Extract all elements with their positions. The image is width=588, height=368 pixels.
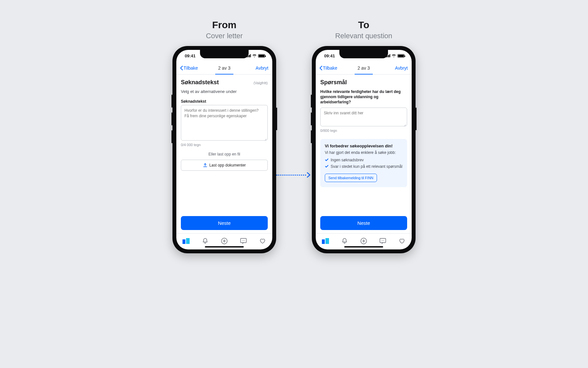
tab-notifications[interactable] — [337, 238, 352, 244]
tab-messages[interactable] — [376, 238, 390, 244]
back-label: Tilbake — [323, 65, 337, 71]
info-list-item: Svar i stedet kun på ett relevant spørsm… — [325, 164, 403, 169]
chevron-left-icon — [320, 66, 322, 70]
battery-icon — [258, 54, 265, 58]
plus-circle-icon — [360, 237, 367, 245]
to-subheading: Relevant question — [335, 32, 392, 40]
cancel-button[interactable]: Avbryt — [256, 65, 268, 71]
phone-notch — [339, 50, 388, 58]
status-right-cluster — [386, 54, 405, 58]
cover-letter-textarea[interactable] — [181, 105, 268, 141]
arrow-dotted-line — [276, 175, 306, 176]
page-title: Spørsmål — [320, 79, 347, 86]
upload-icon — [203, 163, 207, 167]
bell-icon — [202, 238, 208, 244]
status-time: 09:41 — [185, 53, 195, 58]
tab-add[interactable] — [357, 237, 371, 245]
wifi-icon — [252, 54, 257, 57]
svg-rect-7 — [322, 239, 325, 244]
upload-button[interactable]: Last opp dokumenter — [181, 160, 268, 171]
arrow-head-icon — [306, 172, 312, 178]
content-to: Spørsmål Hvilke relevante ferdigheter ha… — [316, 75, 412, 216]
check-icon — [325, 164, 329, 168]
phone-notch — [200, 50, 249, 58]
instruction-text: Velg et av alternativene under — [181, 89, 268, 94]
nav-bar: Tilbake 2 av 3 Avbryt — [316, 62, 412, 75]
tab-favorites[interactable] — [255, 238, 270, 244]
check-icon — [325, 158, 329, 162]
plus-circle-icon — [221, 237, 228, 245]
content-from: Søknadstekst (Valgfritt) Velg et av alte… — [176, 75, 272, 216]
cancel-button[interactable]: Avbryt — [395, 65, 408, 71]
info-title: Vi forbedrer søkeopplevelsen din! — [325, 144, 403, 148]
next-button[interactable]: Neste — [320, 216, 407, 230]
svg-rect-1 — [186, 238, 190, 244]
chevron-left-icon — [180, 66, 183, 70]
screen-from: 09:41 Tilbake 2 av 3 Avbryt — [176, 50, 272, 249]
battery-icon — [397, 54, 405, 58]
back-button[interactable]: Tilbake — [180, 65, 198, 71]
heart-icon — [398, 238, 406, 244]
back-button[interactable]: Tilbake — [320, 65, 337, 71]
heart-icon — [259, 238, 266, 244]
info-item-text: Ingen søknadsbrev — [331, 157, 364, 163]
svg-point-13 — [383, 240, 384, 241]
textarea-wrap — [181, 105, 268, 142]
bell-icon — [341, 238, 348, 244]
feedback-button[interactable]: Send tilbakemelding til FINN — [325, 174, 377, 182]
home-indicator — [344, 246, 383, 247]
next-button[interactable]: Neste — [181, 216, 268, 230]
tab-favorites[interactable] — [395, 238, 409, 244]
char-count: 0/4 000 tegn — [181, 143, 268, 147]
status-time: 09:41 — [324, 53, 335, 58]
page-title: Søknadstekst — [181, 79, 219, 86]
to-heading: To — [358, 19, 369, 30]
or-divider: Eller last opp en fil — [181, 152, 268, 156]
phone-mock-to: 09:41 Tilbake 2 av 3 Avbryt — [312, 46, 416, 253]
char-count: 0/800 tegn — [320, 129, 407, 132]
svg-point-6 — [244, 240, 245, 241]
title-row: Spørsmål — [320, 79, 407, 86]
comparison-stage: From Cover letter 09:41 — [0, 0, 588, 368]
footer-area: Neste — [176, 216, 272, 233]
footer-area: Neste — [316, 216, 412, 233]
wifi-icon — [392, 54, 396, 57]
step-indicator: 2 av 3 — [358, 65, 370, 71]
title-row: Søknadstekst (Valgfritt) — [181, 79, 268, 86]
logo-icon — [182, 238, 190, 244]
answer-textarea[interactable] — [320, 108, 407, 126]
transition-arrow — [276, 49, 312, 301]
question-text: Hvilke relevante ferdigheter har du lært… — [320, 89, 407, 105]
svg-point-5 — [243, 240, 244, 241]
textarea-wrap — [320, 108, 407, 127]
nav-bar: Tilbake 2 av 3 Avbryt — [176, 62, 272, 75]
back-label: Tilbake — [183, 65, 198, 71]
tab-home[interactable] — [318, 238, 333, 244]
tab-messages[interactable] — [236, 238, 251, 244]
to-column: To Relevant question 09:41 Tilbake — [312, 19, 416, 253]
home-indicator — [205, 246, 244, 247]
svg-rect-0 — [182, 239, 185, 244]
info-list: Ingen søknadsbrev Svar i stedet kun på e… — [325, 157, 403, 169]
svg-point-4 — [242, 240, 243, 241]
logo-icon — [322, 238, 329, 244]
svg-rect-8 — [325, 238, 329, 244]
message-icon — [379, 238, 386, 244]
tab-home[interactable] — [179, 238, 193, 244]
svg-point-11 — [382, 240, 382, 241]
screen-to: 09:41 Tilbake 2 av 3 Avbryt — [316, 50, 412, 249]
progress-indicator — [355, 74, 373, 75]
progress-indicator — [215, 74, 233, 75]
info-item-text: Svar i stedet kun på ett relevant spørsm… — [331, 164, 402, 169]
info-list-item: Ingen søknadsbrev — [325, 157, 403, 163]
phone-mock-from: 09:41 Tilbake 2 av 3 Avbryt — [172, 46, 276, 253]
field-label: Søknadstekst — [181, 99, 268, 104]
tab-notifications[interactable] — [198, 238, 212, 244]
status-right-cluster — [247, 54, 265, 58]
from-heading: From — [212, 19, 237, 30]
from-subheading: Cover letter — [206, 32, 243, 40]
upload-label: Last opp dokumenter — [209, 163, 246, 167]
from-column: From Cover letter 09:41 — [172, 19, 276, 253]
svg-point-12 — [382, 240, 383, 241]
tab-add[interactable] — [217, 237, 231, 245]
